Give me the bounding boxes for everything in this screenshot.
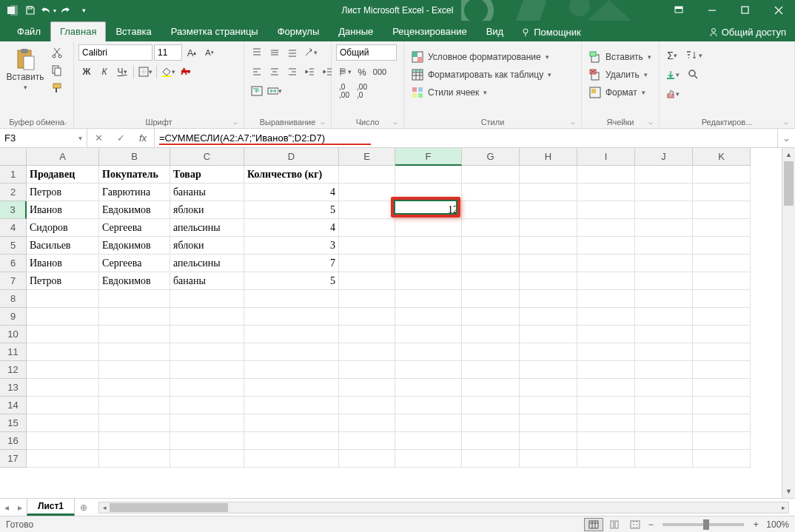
cell-H2[interactable] [520,183,577,201]
cell-E4[interactable] [339,219,395,237]
cell-B6[interactable]: Сергеева [99,255,170,272]
cell-H10[interactable] [520,326,577,343]
cell-I6[interactable] [577,255,635,272]
cell-I1[interactable] [577,166,635,183]
cell-I9[interactable] [577,308,635,326]
col-header-B[interactable]: B [99,148,170,166]
cell-B1[interactable]: Покупатель [99,166,170,183]
cell-I10[interactable] [577,326,635,343]
hscroll-left-icon[interactable]: ◂ [99,502,110,513]
cell-B14[interactable] [99,397,170,414]
minimize-icon[interactable] [695,0,728,21]
cell-K16[interactable] [693,432,751,450]
row-header-6[interactable]: 6 [0,255,27,272]
cell-G11[interactable] [462,343,520,361]
cell-H16[interactable] [520,432,577,450]
tab-home[interactable]: Главная [50,21,106,41]
cell-I15[interactable] [577,414,635,432]
cell-A6[interactable]: Иванов [27,255,99,272]
cell-J17[interactable] [635,450,693,468]
cell-K3[interactable] [693,201,751,219]
copy-icon[interactable] [49,62,65,78]
row-header-5[interactable]: 5 [0,237,27,255]
cell-E11[interactable] [339,343,395,361]
cell-I12[interactable] [577,361,635,379]
tab-page-layout[interactable]: Разметка страницы [161,21,268,41]
cell-F12[interactable] [395,361,462,379]
expand-formula-icon[interactable]: ⌄ [777,129,795,147]
name-box[interactable]: F3 [0,129,87,147]
format-as-table-button[interactable]: Форматировать как таблицу [409,67,554,83]
cell-H15[interactable] [520,414,577,432]
cell-B15[interactable] [99,414,170,432]
cell-K8[interactable] [693,290,751,308]
cell-F14[interactable] [395,397,462,414]
cell-D7[interactable]: 5 [244,272,339,290]
cell-A14[interactable] [27,397,99,414]
cell-F7[interactable] [395,272,462,290]
cell-A10[interactable] [27,326,99,343]
cell-D9[interactable] [244,308,339,326]
row-header-9[interactable]: 9 [0,308,27,326]
normal-view-icon[interactable] [584,518,603,531]
undo-icon[interactable]: ▾ [40,2,56,18]
cell-D13[interactable] [244,379,339,397]
conditional-formatting-button[interactable]: Условное форматирование [409,49,554,65]
wrap-text-icon[interactable] [249,83,265,99]
cell-B4[interactable]: Сергеева [99,219,170,237]
tab-review[interactable]: Рецензирование [383,21,476,41]
currency-icon[interactable] [336,64,352,80]
cell-C6[interactable]: апельсины [170,255,244,272]
cell-B10[interactable] [99,326,170,343]
cell-F10[interactable] [395,326,462,343]
cell-F2[interactable] [395,183,462,201]
cell-C12[interactable] [170,361,244,379]
cell-G4[interactable] [462,219,520,237]
cell-D16[interactable] [244,432,339,450]
cell-J11[interactable] [635,343,693,361]
cell-H14[interactable] [520,397,577,414]
cell-H6[interactable] [520,255,577,272]
cell-F17[interactable] [395,450,462,468]
fx-icon[interactable]: fx [132,132,154,144]
cell-H8[interactable] [520,290,577,308]
enter-formula-icon[interactable]: ✓ [110,132,132,144]
cell-A4[interactable]: Сидоров [27,219,99,237]
cell-F13[interactable] [395,379,462,397]
cell-G9[interactable] [462,308,520,326]
cell-F8[interactable] [395,290,462,308]
cell-C15[interactable] [170,414,244,432]
cell-J7[interactable] [635,272,693,290]
cell-F4[interactable] [395,219,462,237]
cell-K6[interactable] [693,255,751,272]
font-name-combo[interactable] [78,44,152,61]
cell-C11[interactable] [170,343,244,361]
cell-D14[interactable] [244,397,339,414]
zoom-handle[interactable] [703,519,709,530]
cell-C14[interactable] [170,397,244,414]
percent-icon[interactable]: % [354,64,370,80]
cell-E13[interactable] [339,379,395,397]
cell-G13[interactable] [462,379,520,397]
row-header-4[interactable]: 4 [0,219,27,237]
cell-C8[interactable] [170,290,244,308]
cancel-formula-icon[interactable]: ✕ [87,132,110,144]
cells-area[interactable]: ПродавецПокупательТоварКоличество (кг)Пе… [27,166,795,498]
cell-K13[interactable] [693,379,751,397]
cell-D15[interactable] [244,414,339,432]
row-header-11[interactable]: 11 [0,343,27,361]
cell-I8[interactable] [577,290,635,308]
cell-I11[interactable] [577,343,635,361]
zoom-in-icon[interactable]: + [750,519,762,530]
horizontal-scrollbar[interactable]: ◂ ▸ [98,502,789,514]
tab-file[interactable]: Файл [7,21,50,41]
row-header-10[interactable]: 10 [0,326,27,343]
row-header-14[interactable]: 14 [0,397,27,414]
vertical-scrollbar[interactable]: ▲ ▼ [782,148,795,498]
cell-B3[interactable]: Евдокимов [99,201,170,219]
cell-D6[interactable]: 7 [244,255,339,272]
cell-C5[interactable]: яблоки [170,237,244,255]
select-all-button[interactable] [0,148,27,166]
align-left-icon[interactable] [249,64,265,80]
cell-D8[interactable] [244,290,339,308]
